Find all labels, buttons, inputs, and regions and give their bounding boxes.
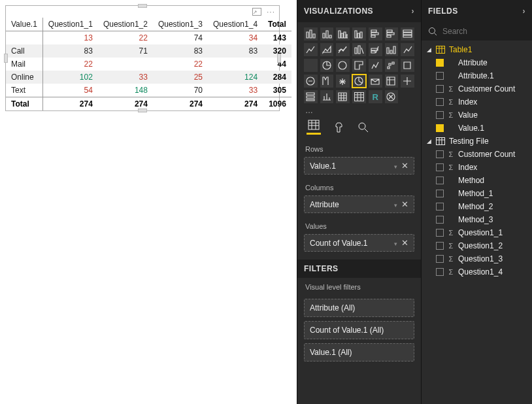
visual-type-20[interactable] bbox=[401, 59, 414, 72]
columns-well[interactable]: Attribute▾✕ bbox=[304, 195, 414, 213]
rows-well[interactable]: Value.1▾✕ bbox=[304, 157, 414, 175]
field-Customer Count[interactable]: ΣCustomer Count bbox=[422, 148, 532, 161]
visual-type-8[interactable] bbox=[320, 43, 334, 56]
focus-mode-icon[interactable] bbox=[252, 8, 261, 16]
report-canvas[interactable]: ··· Value.1Question1_1Question1_2Questio… bbox=[0, 0, 297, 404]
pill-dropdown-icon[interactable]: ▾ bbox=[394, 241, 397, 247]
visual-type-31[interactable] bbox=[352, 90, 366, 103]
checkbox[interactable] bbox=[436, 242, 444, 250]
remove-icon[interactable]: ✕ bbox=[401, 161, 408, 171]
field-Method[interactable]: Method bbox=[422, 174, 532, 187]
visual-type-4[interactable] bbox=[369, 27, 382, 41]
field-Question1_4[interactable]: ΣQuestion1_4 bbox=[422, 265, 532, 278]
chevron-right-icon[interactable]: › bbox=[523, 7, 526, 16]
visual-type-1[interactable] bbox=[320, 27, 334, 41]
field-Index[interactable]: ΣIndex bbox=[422, 161, 532, 174]
resize-handle-left[interactable] bbox=[4, 54, 8, 63]
search-input[interactable] bbox=[441, 26, 525, 37]
filter-item[interactable]: Value.1 (All) bbox=[304, 343, 414, 362]
visual-type-14[interactable] bbox=[304, 59, 318, 72]
more-options-icon[interactable]: ··· bbox=[267, 7, 275, 16]
table-Table1[interactable]: ◢Table1 bbox=[422, 43, 532, 56]
visual-type-32[interactable]: R bbox=[369, 90, 382, 103]
visual-type-25[interactable] bbox=[369, 75, 382, 88]
visual-type-17[interactable] bbox=[352, 59, 366, 72]
visual-type-26[interactable] bbox=[385, 75, 399, 88]
visual-type-19[interactable] bbox=[385, 59, 399, 72]
visual-type-15[interactable] bbox=[320, 59, 334, 72]
fields-header[interactable]: FIELDS › bbox=[422, 0, 532, 22]
visual-type-5[interactable] bbox=[385, 27, 399, 41]
format-tab[interactable] bbox=[331, 120, 346, 135]
visualizations-header[interactable]: VISUALIZATIONS › bbox=[297, 0, 421, 22]
resize-handle-bottom[interactable] bbox=[138, 109, 147, 112]
field-Attribute.1[interactable]: Attribute.1 bbox=[422, 69, 532, 82]
field-Value[interactable]: ΣValue bbox=[422, 109, 532, 122]
visual-type-21[interactable] bbox=[304, 75, 318, 88]
field-Attribute[interactable]: Attribute bbox=[422, 56, 532, 69]
checkbox[interactable] bbox=[436, 268, 444, 276]
checkbox[interactable] bbox=[436, 98, 444, 106]
visual-type-2[interactable] bbox=[336, 27, 350, 41]
checkbox[interactable] bbox=[436, 190, 444, 197]
checkbox[interactable] bbox=[436, 72, 444, 80]
checkbox[interactable] bbox=[436, 124, 444, 132]
field-Question1_1[interactable]: ΣQuestion1_1 bbox=[422, 226, 532, 239]
pill-dropdown-icon[interactable]: ▾ bbox=[394, 163, 397, 170]
visual-type-12[interactable] bbox=[385, 43, 399, 56]
checkbox[interactable] bbox=[436, 150, 444, 158]
field-Index[interactable]: ΣIndex bbox=[422, 95, 532, 109]
field-Question1_2[interactable]: ΣQuestion1_2 bbox=[422, 239, 532, 252]
cell: 54 bbox=[42, 84, 98, 97]
visual-type-27[interactable] bbox=[401, 75, 414, 88]
fields-tab[interactable] bbox=[307, 120, 321, 135]
visual-type-13[interactable] bbox=[401, 43, 414, 56]
visual-type-23[interactable] bbox=[336, 75, 350, 88]
filter-item[interactable]: Attribute (All) bbox=[304, 299, 414, 317]
values-well[interactable]: Count of Value.1▾✕ bbox=[304, 234, 414, 252]
visual-type-0[interactable] bbox=[304, 27, 318, 41]
visual-type-6[interactable] bbox=[401, 27, 414, 41]
checkbox[interactable] bbox=[436, 203, 444, 210]
visual-type-18[interactable] bbox=[369, 59, 382, 72]
search-field[interactable] bbox=[422, 22, 532, 41]
filter-item[interactable]: Count of Value.1 (All) bbox=[304, 321, 414, 339]
resize-handle-right[interactable] bbox=[277, 54, 281, 63]
visual-type-24[interactable] bbox=[352, 75, 366, 88]
field-Method_1[interactable]: Method_1 bbox=[422, 187, 532, 200]
visual-type-33[interactable] bbox=[385, 90, 399, 103]
remove-icon[interactable]: ✕ bbox=[401, 199, 408, 209]
visual-type-7[interactable] bbox=[304, 43, 318, 56]
table-Testing File[interactable]: ◢Testing File bbox=[422, 135, 532, 148]
visual-type-29[interactable] bbox=[320, 90, 334, 103]
field-Question1_3[interactable]: ΣQuestion1_3 bbox=[422, 252, 532, 265]
visual-type-22[interactable] bbox=[320, 75, 334, 88]
visual-type-28[interactable] bbox=[304, 90, 318, 103]
checkbox[interactable] bbox=[436, 85, 444, 93]
field-Value.1[interactable]: Value.1 bbox=[422, 122, 532, 135]
visual-type-30[interactable] bbox=[336, 90, 350, 103]
visual-type-10[interactable] bbox=[352, 43, 366, 56]
checkbox[interactable] bbox=[436, 216, 444, 224]
matrix-visual[interactable]: ··· Value.1Question1_1Question1_2Questio… bbox=[5, 5, 280, 111]
analytics-tab[interactable] bbox=[356, 120, 371, 135]
remove-icon[interactable]: ✕ bbox=[401, 238, 408, 248]
checkbox[interactable] bbox=[436, 255, 444, 263]
field-Method_3[interactable]: Method_3 bbox=[422, 213, 532, 226]
chevron-right-icon[interactable]: › bbox=[412, 7, 415, 16]
more-visuals-icon[interactable]: … bbox=[297, 106, 421, 119]
checkbox[interactable] bbox=[436, 177, 444, 184]
visual-type-9[interactable] bbox=[336, 43, 350, 56]
checkbox[interactable] bbox=[436, 229, 444, 237]
visual-type-11[interactable] bbox=[369, 43, 382, 56]
pill-dropdown-icon[interactable]: ▾ bbox=[394, 202, 397, 209]
checkbox[interactable] bbox=[436, 59, 444, 67]
checkbox[interactable] bbox=[436, 163, 444, 171]
visual-type-3[interactable] bbox=[352, 27, 366, 41]
filters-header[interactable]: FILTERS bbox=[297, 260, 421, 278]
field-Method_2[interactable]: Method_2 bbox=[422, 200, 532, 213]
resize-handle-top[interactable] bbox=[138, 4, 147, 8]
checkbox[interactable] bbox=[436, 111, 444, 119]
field-Customer Count[interactable]: ΣCustomer Count bbox=[422, 82, 532, 95]
visual-type-16[interactable] bbox=[336, 59, 350, 72]
